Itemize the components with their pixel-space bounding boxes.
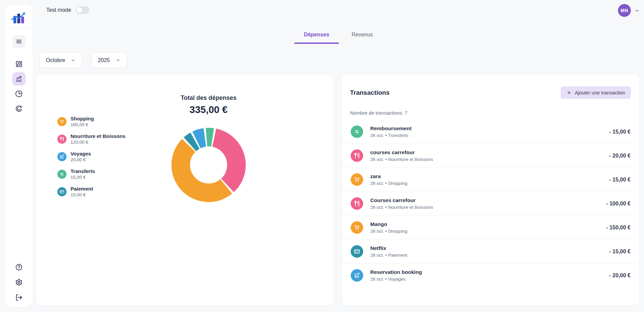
tab-bar: DépensesRevenus xyxy=(33,27,644,44)
transaction-info: zara 26 oct. • Shopping xyxy=(370,173,407,186)
add-transaction-button[interactable]: Ajouter une transaction xyxy=(561,86,631,99)
sidebar-divider xyxy=(5,29,33,29)
legend-amount: 15,00 € xyxy=(71,192,93,197)
transaction-name: Reservation booking xyxy=(370,269,422,275)
legend-text: Nourriture et Boissons 120,00 € xyxy=(71,133,126,145)
transaction-category-badge xyxy=(351,269,363,282)
nav-icon xyxy=(15,90,23,97)
transaction-amount: - 20,00 € xyxy=(609,273,630,279)
transaction-info: Netflix 26 oct. • Paiement xyxy=(370,245,407,258)
nav-icon xyxy=(15,105,23,112)
sidebar-item-dashboard[interactable] xyxy=(12,57,26,71)
transaction-row-courses-carrefour[interactable]: Courses carrefour 26 oct. • Nourriture e… xyxy=(342,192,639,216)
add-transaction-label: Ajouter une transaction xyxy=(575,90,625,95)
transaction-info: courses carrefour 26 oct. • Nourriture e… xyxy=(370,149,433,162)
sidebar-nav xyxy=(12,57,26,115)
transaction-meta: 26 oct. • Nourriture et Boissons xyxy=(370,157,433,162)
menu-icon xyxy=(16,38,22,45)
transaction-row-reservation-booking[interactable]: Reservation booking 26 oct. • Voyages - … xyxy=(342,263,639,287)
transaction-row-remboursement[interactable]: Remboursement 26 oct. • Transferts - 15,… xyxy=(342,120,639,144)
legend-name: Paiement xyxy=(71,186,93,192)
transaction-row-netflix[interactable]: Netflix 26 oct. • Paiement - 15,00 € xyxy=(342,239,639,263)
transaction-meta: 26 oct. • Shopping xyxy=(370,181,407,186)
transaction-meta: 26 oct. • Shopping xyxy=(370,229,407,234)
category-badge xyxy=(57,135,66,144)
transaction-amount: - 100,00 € xyxy=(606,201,630,207)
sidebar-item-logout[interactable] xyxy=(12,291,26,304)
app-root: Test mode MN DépensesRevenus Octobre 202… xyxy=(0,0,644,312)
category-icon xyxy=(59,189,64,194)
chevron-down-icon[interactable] xyxy=(634,8,640,13)
sidebar-item-goals[interactable] xyxy=(12,102,26,115)
sidebar-item-settings[interactable] xyxy=(12,276,26,289)
footer-icon xyxy=(15,263,23,271)
transaction-row-zara[interactable]: zara 26 oct. • Shopping - 15,00 € xyxy=(342,168,639,192)
transaction-info: Mango 26 oct. • Shopping xyxy=(370,221,407,234)
legend-text: Transferts 15,00 € xyxy=(71,168,95,180)
sidebar-item-analytics[interactable] xyxy=(12,72,26,86)
donut-segment-paiement xyxy=(190,141,195,144)
category-icon xyxy=(59,119,64,124)
transaction-category-icon xyxy=(354,176,360,183)
chart-total-value: 335,00 € xyxy=(190,104,228,115)
transaction-amount: - 15,00 € xyxy=(609,177,630,183)
chevron-down-icon xyxy=(115,58,120,63)
legend-amount: 20,00 € xyxy=(71,157,91,162)
transaction-meta: 26 oct. • Paiement xyxy=(370,253,407,258)
transactions-header: Transactions Ajouter une transaction xyxy=(342,75,639,102)
tab-depenses[interactable]: Dépenses xyxy=(294,27,339,44)
legend-name: Transferts xyxy=(71,168,95,174)
account-menu[interactable]: MN xyxy=(618,4,640,17)
transaction-name: Courses carrefour xyxy=(370,197,433,203)
transaction-name: courses carrefour xyxy=(370,149,433,155)
sidebar-item-help[interactable] xyxy=(12,260,26,274)
transaction-name: Remboursement xyxy=(370,125,411,132)
transaction-meta: 26 oct. • Nourriture et Boissons xyxy=(370,205,433,210)
legend-name: Voyages xyxy=(71,151,91,157)
month-select[interactable]: Octobre xyxy=(39,52,82,68)
transaction-name: Mango xyxy=(370,221,407,227)
category-badge xyxy=(57,187,66,196)
transaction-category-badge xyxy=(351,245,363,258)
transactions-count: Nombre de transactions: 7 xyxy=(342,102,639,116)
transactions-title: Transactions xyxy=(350,89,390,96)
sidebar-item-reports[interactable] xyxy=(12,87,26,101)
transaction-category-badge xyxy=(351,221,363,234)
transaction-meta: 26 oct. • Voyages xyxy=(370,277,422,282)
legend-amount: 120,00 € xyxy=(71,140,126,145)
category-badge xyxy=(57,170,66,179)
nav-icon xyxy=(15,75,23,83)
bar-chart-logo-icon xyxy=(11,10,27,25)
legend-text: Shopping 165,00 € xyxy=(71,116,94,127)
nav-icon xyxy=(15,60,23,68)
test-mode-toggle[interactable] xyxy=(76,6,89,14)
legend-amount: 165,00 € xyxy=(71,122,94,127)
legend-text: Voyages 20,00 € xyxy=(71,151,91,162)
sidebar xyxy=(5,5,33,307)
transaction-category-badge xyxy=(351,173,363,186)
donut-segment-shopping xyxy=(181,145,226,193)
avatar[interactable]: MN xyxy=(618,4,631,17)
transaction-row-courses-carrefour[interactable]: courses carrefour 26 oct. • Nourriture e… xyxy=(342,144,639,168)
transaction-category-icon xyxy=(354,129,360,135)
app-logo xyxy=(11,5,27,29)
donut-chart-block: Total des dépenses 335,00 € xyxy=(170,94,247,203)
legend-name: Nourriture et Boissons xyxy=(71,133,126,139)
transaction-amount: - 15,00 € xyxy=(609,249,630,255)
test-mode-label: Test mode xyxy=(46,7,71,13)
transaction-category-icon xyxy=(354,248,360,255)
filters: Octobre 2025 xyxy=(39,52,127,68)
hamburger-menu-button[interactable] xyxy=(12,35,25,48)
year-select[interactable]: 2025 xyxy=(91,52,127,68)
transaction-category-badge xyxy=(351,125,363,138)
category-icon xyxy=(59,172,64,177)
transaction-row-mango[interactable]: Mango 26 oct. • Shopping - 150,00 € xyxy=(342,216,639,239)
tab-revenus[interactable]: Revenus xyxy=(342,27,382,44)
month-select-value: Octobre xyxy=(46,57,65,63)
transaction-category-icon xyxy=(354,272,360,279)
category-icon xyxy=(59,137,64,142)
expenses-summary-card: Shopping 165,00 € Nourriture et Boissons… xyxy=(36,75,333,305)
transaction-category-badge xyxy=(351,197,363,210)
transaction-category-badge xyxy=(351,149,363,162)
donut-segment-voyages xyxy=(196,137,205,140)
